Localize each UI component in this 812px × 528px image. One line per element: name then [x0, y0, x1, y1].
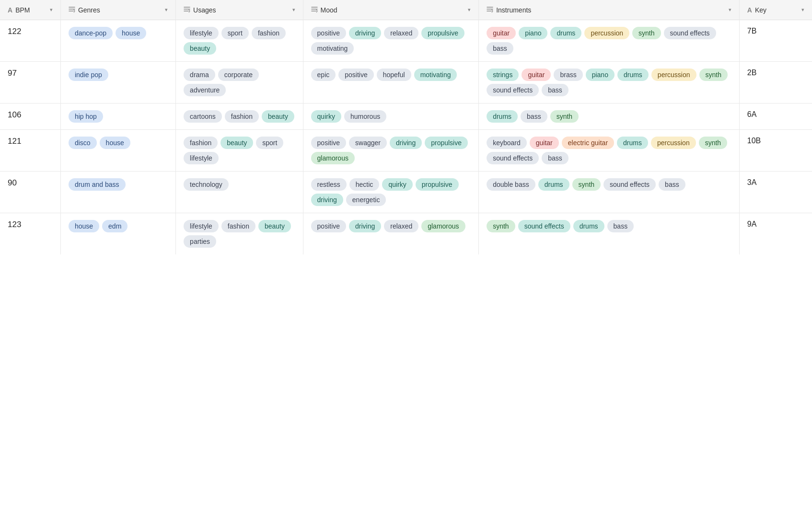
mood-tag[interactable]: hopeful	[377, 69, 411, 81]
instrument-tag[interactable]: bass	[659, 178, 685, 191]
instrument-tag[interactable]: bass	[607, 220, 634, 232]
instrument-tag[interactable]: synth	[632, 27, 661, 39]
usage-tag[interactable]: fashion	[221, 220, 255, 232]
dropdown-arrow-instruments[interactable]: ▾	[729, 7, 731, 13]
mood-tag[interactable]: motivating	[311, 42, 354, 55]
mood-tag[interactable]: relaxed	[384, 220, 418, 232]
instrument-tag[interactable]: synth	[487, 220, 515, 232]
th-key[interactable]: AKey▾	[739, 0, 812, 20]
instrument-tag[interactable]: drums	[573, 220, 604, 232]
instrument-tag[interactable]: sound effects	[487, 152, 539, 164]
dropdown-arrow-bpm[interactable]: ▾	[50, 7, 53, 13]
instrument-tag[interactable]: drums	[550, 27, 581, 39]
mood-tag[interactable]: driving	[311, 194, 343, 206]
instrument-tag[interactable]: bass	[521, 110, 547, 123]
mood-tag[interactable]: motivating	[414, 69, 457, 81]
mood-tag[interactable]: relaxed	[384, 27, 418, 39]
usage-tag[interactable]: beauty	[220, 137, 253, 149]
instrument-tag[interactable]: percussion	[651, 69, 696, 81]
mood-tag[interactable]: glamorous	[421, 220, 465, 232]
instrument-tag[interactable]: guitar	[530, 137, 559, 149]
dropdown-arrow-key[interactable]: ▾	[801, 7, 804, 13]
genre-tag[interactable]: disco	[69, 137, 97, 149]
instrument-tag[interactable]: piano	[586, 69, 615, 81]
instrument-tag[interactable]: sound effects	[487, 84, 539, 96]
mood-tag[interactable]: restless	[311, 178, 347, 191]
genre-tag[interactable]: indie pop	[69, 69, 108, 81]
genre-tag[interactable]: edm	[102, 220, 128, 232]
usage-tag[interactable]: beauty	[184, 42, 216, 55]
mood-tag[interactable]: positive	[311, 137, 346, 149]
mood-tag[interactable]: humorous	[344, 110, 386, 123]
usage-tag[interactable]: beauty	[262, 110, 294, 123]
instrument-tag[interactable]: piano	[519, 27, 547, 39]
mood-tag[interactable]: driving	[390, 137, 422, 149]
genre-tag[interactable]: house	[69, 220, 99, 232]
mood-tag[interactable]: quirky	[311, 110, 341, 123]
instrument-tag[interactable]: synth	[699, 69, 728, 81]
instrument-tag[interactable]: bass	[542, 84, 568, 96]
instrument-tag[interactable]: strings	[487, 69, 519, 81]
instrument-tag[interactable]: guitar	[522, 69, 551, 81]
usage-tag[interactable]: lifestyle	[184, 27, 219, 39]
mood-tag[interactable]: glamorous	[311, 152, 355, 164]
instrument-tag[interactable]: percussion	[584, 27, 629, 39]
instrument-tag[interactable]: guitar	[487, 27, 516, 39]
mood-tag[interactable]: quirky	[382, 178, 412, 191]
genre-tag[interactable]: dance-pop	[69, 27, 113, 39]
mood-tag[interactable]: positive	[311, 27, 346, 39]
instrument-tag[interactable]: electric guitar	[562, 137, 614, 149]
usage-tag[interactable]: parties	[184, 235, 216, 248]
mood-tag[interactable]: swagger	[349, 137, 387, 149]
mood-tag[interactable]: hectic	[349, 178, 380, 191]
dropdown-arrow-usages[interactable]: ▾	[292, 7, 295, 13]
usage-tag[interactable]: fashion	[225, 110, 259, 123]
instrument-tag[interactable]: drums	[538, 178, 569, 191]
genre-tag[interactable]: house	[100, 137, 130, 149]
instrument-tag[interactable]: synth	[572, 178, 601, 191]
dropdown-arrow-mood[interactable]: ▾	[468, 7, 471, 13]
mood-tag[interactable]: positive	[311, 220, 346, 232]
th-usages[interactable]: Usages▾	[176, 0, 303, 20]
instrument-tag[interactable]: drums	[487, 110, 518, 123]
mood-tag[interactable]: driving	[349, 27, 381, 39]
mood-tag[interactable]: positive	[338, 69, 373, 81]
usage-tag[interactable]: beauty	[258, 220, 291, 232]
usage-tag[interactable]: adventure	[184, 84, 226, 96]
instrument-tag[interactable]: brass	[554, 69, 582, 81]
usage-tag[interactable]: corporate	[218, 69, 259, 81]
th-genres[interactable]: Genres▾	[60, 0, 175, 20]
instrument-tag[interactable]: double bass	[487, 178, 535, 191]
instrument-tag[interactable]: synth	[699, 137, 727, 149]
usage-tag[interactable]: drama	[184, 69, 215, 81]
genre-tag[interactable]: house	[116, 27, 146, 39]
usage-tag[interactable]: technology	[184, 178, 229, 191]
mood-tag[interactable]: propulsive	[421, 27, 464, 39]
genre-tag[interactable]: drum and bass	[69, 178, 126, 191]
usage-tag[interactable]: sport	[256, 137, 283, 149]
usage-tag[interactable]: fashion	[252, 27, 286, 39]
mood-tag[interactable]: propulsive	[416, 178, 459, 191]
instrument-tag[interactable]: sound effects	[518, 220, 570, 232]
instrument-tag[interactable]: drums	[617, 69, 649, 81]
mood-tag[interactable]: propulsive	[425, 137, 468, 149]
mood-tag[interactable]: driving	[349, 220, 381, 232]
instrument-tag[interactable]: bass	[487, 42, 513, 55]
genre-tag[interactable]: hip hop	[69, 110, 103, 123]
usage-tag[interactable]: lifestyle	[184, 152, 219, 164]
instrument-tag[interactable]: percussion	[651, 137, 696, 149]
instrument-tag[interactable]: synth	[550, 110, 579, 123]
instrument-tag[interactable]: sound effects	[603, 178, 656, 191]
instrument-tag[interactable]: drums	[617, 137, 648, 149]
instrument-tag[interactable]: sound effects	[664, 27, 716, 39]
usage-tag[interactable]: lifestyle	[184, 220, 219, 232]
instrument-tag[interactable]: keyboard	[487, 137, 527, 149]
usage-tag[interactable]: fashion	[184, 137, 218, 149]
usage-tag[interactable]: cartoons	[184, 110, 222, 123]
instrument-tag[interactable]: bass	[542, 152, 568, 164]
mood-tag[interactable]: epic	[311, 69, 336, 81]
usage-tag[interactable]: sport	[221, 27, 249, 39]
th-mood[interactable]: Mood▾	[303, 0, 479, 20]
dropdown-arrow-genres[interactable]: ▾	[165, 7, 168, 13]
th-bpm[interactable]: ABPM▾	[0, 0, 60, 20]
